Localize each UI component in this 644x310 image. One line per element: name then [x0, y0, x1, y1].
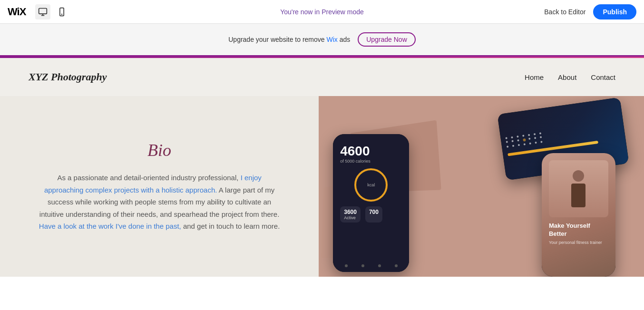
site-header: XYZ Photography Home About Contact [0, 58, 644, 96]
person-silhouette [571, 170, 585, 207]
dot-orange [523, 138, 526, 142]
site-nav: Home About Contact [525, 73, 615, 81]
dot [517, 136, 519, 138]
upgrade-now-button[interactable]: Upgrade Now [358, 32, 416, 47]
phone-calorie: 4600 of 5000 calories kcal 3600 Active 7… [333, 134, 409, 272]
dot [511, 136, 513, 139]
top-bar: WiX You're now in Preview mode Back to E… [0, 0, 644, 24]
bio-text-p1: As a passionate and detail-oriented indu… [57, 174, 240, 182]
dot [522, 135, 525, 137]
mobile-device-icon[interactable] [54, 4, 69, 19]
dot [528, 134, 530, 136]
person-body [571, 184, 585, 207]
stat-num-1: 3600 [344, 209, 357, 215]
publish-button[interactable]: Publish [593, 4, 636, 19]
dot [540, 136, 542, 138]
dots-grid [505, 121, 620, 147]
ad-text: Upgrade your website to remove Wix ads [228, 36, 352, 43]
phone-calorie-screen: 4600 of 5000 calories kcal 3600 Active 7… [333, 134, 409, 272]
nav-dot [361, 264, 364, 267]
desktop-device-icon[interactable] [35, 4, 50, 19]
calorie-number: 4600 [340, 144, 402, 159]
dot [517, 139, 519, 142]
stat-box-1: 3600 Active [340, 206, 361, 223]
dot [518, 144, 520, 146]
preview-message: You're now in Preview mode [280, 8, 364, 16]
nav-about[interactable]: About [558, 73, 576, 81]
dot [539, 132, 542, 135]
nav-contact[interactable]: Contact [591, 73, 615, 81]
dot [511, 140, 514, 143]
fitness-title: Make Yourself Better [549, 222, 608, 238]
phone-fitness-screen: Make Yourself Better Your personal fitne… [542, 153, 615, 277]
bio-title: Bio [147, 140, 171, 160]
person-head [573, 170, 584, 182]
svg-rect-0 [39, 8, 47, 14]
dot [534, 137, 537, 139]
top-bar-right: Back to Editor Publish [544, 4, 636, 19]
image-panel: 4600 of 5000 calories kcal 3600 Active 7… [319, 96, 644, 277]
fitness-person-image [549, 160, 608, 217]
calorie-circle: kcal [354, 168, 388, 202]
stat-label-1: Active [344, 215, 357, 220]
dot [524, 143, 526, 145]
stat-box-2: 700 [365, 206, 382, 223]
bottom-nav [333, 264, 409, 267]
fitness-sub: Your personal fitness trainer [549, 240, 608, 245]
dot [505, 137, 507, 139]
wix-brand-text: Wix [326, 36, 337, 43]
dot [540, 141, 543, 143]
nav-dot [395, 264, 398, 267]
bio-link[interactable]: Have a look at the work I've done in the… [39, 222, 181, 230]
dot [529, 142, 531, 145]
stat-num-2: 700 [369, 209, 379, 215]
bio-panel: Bio As a passionate and detail-oriented … [0, 96, 319, 277]
dot [506, 141, 508, 143]
phone-fitness: Make Yourself Better Your personal fitne… [542, 153, 615, 277]
bio-text: As a passionate and detail-oriented indu… [38, 172, 281, 232]
dot [535, 142, 537, 144]
monitor-icon [38, 7, 48, 17]
calorie-stats: 3600 Active 700 [340, 206, 402, 223]
calorie-sub: of 5000 calories [340, 159, 402, 164]
ad-banner: Upgrade your website to remove Wix ads U… [0, 24, 644, 57]
mobile-icon [57, 7, 67, 17]
dot [512, 145, 515, 147]
back-to-editor-link[interactable]: Back to Editor [544, 8, 585, 16]
dot [507, 145, 509, 148]
nav-dot [378, 264, 381, 267]
dot [528, 138, 531, 140]
nav-home[interactable]: Home [525, 73, 544, 81]
main-content: Bio As a passionate and detail-oriented … [0, 96, 644, 277]
device-icons [35, 4, 69, 19]
site-logo: XYZ Photography [29, 71, 107, 83]
calorie-circle-label: kcal [367, 183, 375, 187]
nav-dot [345, 264, 348, 267]
wix-logo: WiX [8, 6, 26, 18]
dot [534, 133, 536, 136]
